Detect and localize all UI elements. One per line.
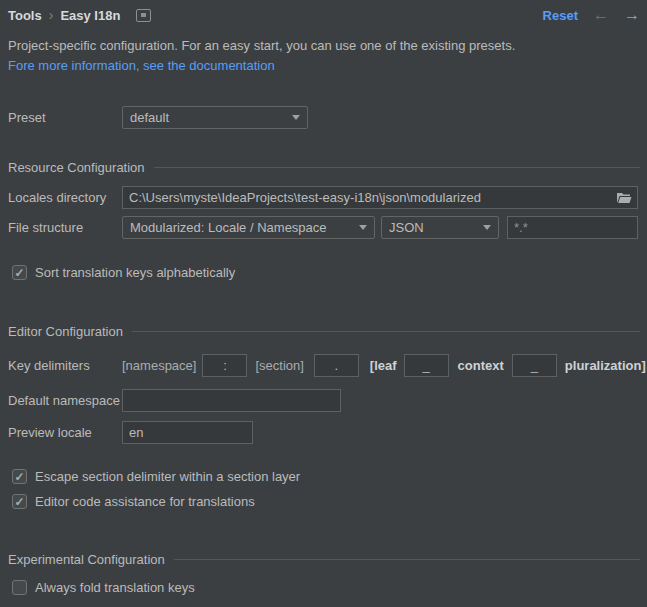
default-namespace-row: Default namespace	[8, 389, 640, 412]
fold-keys-checkbox[interactable]: Always fold translation keys	[12, 580, 195, 595]
file-structure-select[interactable]: Modularized: Locale / Namespace	[122, 216, 375, 239]
breadcrumb-tools[interactable]: Tools	[8, 8, 42, 23]
default-namespace-label: Default namespace	[8, 393, 122, 408]
code-assistance-label: Editor code assistance for translations	[35, 494, 255, 509]
checkbox-unchecked-icon	[12, 580, 27, 595]
locales-directory-label: Locales directory	[8, 190, 122, 205]
context-delimiter-input[interactable]	[404, 354, 449, 377]
fold-keys-label: Always fold translation keys	[35, 580, 195, 595]
sort-keys-label: Sort translation keys alphabetically	[35, 265, 235, 280]
folder-browse-icon[interactable]	[615, 190, 633, 205]
namespace-delimiter-input[interactable]	[202, 354, 247, 377]
resource-section-header: Resource Configuration	[8, 160, 640, 175]
locales-directory-input[interactable]	[122, 186, 638, 209]
section-part-label: [section]	[255, 358, 303, 373]
leaf-part-label: [leaf	[370, 358, 397, 373]
breadcrumb-separator: ›	[49, 7, 54, 23]
file-format-select[interactable]: JSON	[381, 216, 499, 239]
description-text: Project-specific configuration. For an e…	[8, 38, 515, 53]
section-divider	[174, 559, 640, 560]
chevron-down-icon	[292, 115, 300, 120]
context-part-label: context	[458, 358, 504, 373]
sort-keys-checkbox[interactable]: ✓ Sort translation keys alphabetically	[12, 265, 235, 280]
plural-delimiter-input[interactable]	[512, 354, 557, 377]
documentation-link[interactable]: Fore more information, see the documenta…	[8, 58, 275, 73]
namespace-part-label: [namespace]	[122, 358, 196, 373]
section-delimiter-input[interactable]	[314, 354, 359, 377]
preview-locale-label: Preview locale	[8, 425, 122, 440]
preset-row: Preset default	[8, 106, 640, 129]
reset-button[interactable]: Reset	[543, 8, 578, 23]
checkbox-checked-icon: ✓	[12, 469, 27, 484]
locales-directory-row: Locales directory	[8, 186, 640, 209]
preview-locale-row: Preview locale	[8, 421, 640, 444]
key-delimiters-row: Key delimiters [namespace] [section] [le…	[8, 354, 640, 377]
section-divider	[132, 331, 640, 332]
breadcrumb: Tools › Easy I18n	[8, 7, 151, 23]
code-assistance-checkbox[interactable]: ✓ Editor code assistance for translation…	[12, 494, 255, 509]
checkbox-checked-icon: ✓	[12, 265, 27, 280]
experimental-section-header: Experimental Configuration	[8, 552, 640, 567]
header-actions: Reset ← →	[543, 7, 640, 23]
default-namespace-input[interactable]	[122, 389, 341, 412]
forward-arrow-icon[interactable]: →	[624, 7, 640, 23]
pluralization-part-label: pluralization]	[565, 358, 646, 373]
back-arrow-icon[interactable]: ←	[593, 7, 609, 23]
section-divider	[154, 167, 640, 168]
file-structure-label: File structure	[8, 220, 122, 235]
locales-directory-field-wrap	[122, 186, 638, 209]
editor-section-header: Editor Configuration	[8, 324, 640, 339]
resource-section-title: Resource Configuration	[8, 160, 145, 175]
escape-delimiter-label: Escape section delimiter within a sectio…	[35, 469, 300, 484]
key-delimiters-label: Key delimiters	[8, 358, 122, 373]
checkbox-checked-icon: ✓	[12, 494, 27, 509]
show-in-dialog-icon[interactable]	[136, 9, 151, 22]
experimental-section-title: Experimental Configuration	[8, 552, 165, 567]
breadcrumb-easy-i18n[interactable]: Easy I18n	[60, 8, 120, 23]
file-pattern-input[interactable]	[507, 216, 638, 239]
preset-select[interactable]: default	[122, 106, 308, 129]
preset-label: Preset	[8, 110, 122, 125]
preset-value: default	[130, 110, 286, 125]
header: Tools › Easy I18n Reset ← →	[8, 7, 640, 23]
preview-locale-input[interactable]	[122, 421, 253, 444]
file-format-value: JSON	[389, 220, 477, 235]
editor-section-title: Editor Configuration	[8, 324, 123, 339]
chevron-down-icon	[483, 225, 491, 230]
settings-panel: Tools › Easy I18n Reset ← → Project-spec…	[0, 0, 647, 607]
chevron-down-icon	[359, 225, 367, 230]
file-structure-value: Modularized: Locale / Namespace	[130, 220, 353, 235]
escape-delimiter-checkbox[interactable]: ✓ Escape section delimiter within a sect…	[12, 469, 300, 484]
file-structure-row: File structure Modularized: Locale / Nam…	[8, 216, 640, 239]
